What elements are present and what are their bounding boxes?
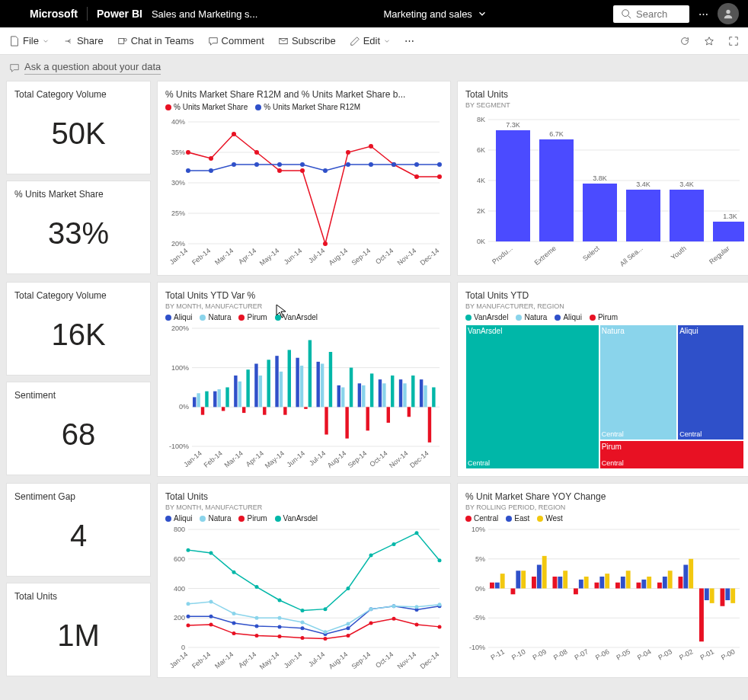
svg-rect-235 <box>521 571 526 588</box>
svg-point-200 <box>324 637 328 641</box>
kpi-total-category-volume-2[interactable]: Total Category Volume 16K <box>6 282 151 376</box>
svg-point-213 <box>347 587 350 590</box>
fullscreen-icon[interactable] <box>728 36 739 46</box>
qa-bar[interactable]: Ask a question about your data <box>0 55 748 81</box>
star-icon[interactable] <box>704 36 714 46</box>
svg-point-208 <box>232 571 236 574</box>
svg-rect-241 <box>553 577 558 589</box>
svg-text:0K: 0K <box>477 238 485 245</box>
svg-rect-112 <box>288 350 291 407</box>
svg-line-1 <box>628 16 631 19</box>
search-box[interactable] <box>613 5 689 23</box>
svg-text:Aug-14: Aug-14 <box>326 449 348 469</box>
svg-point-209 <box>255 585 259 589</box>
svg-point-188 <box>324 630 328 634</box>
clustered-bar-chart: -10%-5%0%5%10%P-11P-10P-09P-08P-07P-06P-… <box>465 526 744 670</box>
svg-text:Jan-14: Jan-14 <box>182 449 203 468</box>
svg-rect-132 <box>370 373 373 407</box>
svg-rect-137 <box>391 376 394 407</box>
more-icon[interactable]: ⋯ <box>404 35 414 46</box>
top-bar: Microsoft Power BI Sales and Marketing s… <box>0 0 748 27</box>
file-menu[interactable]: File <box>9 35 50 46</box>
svg-rect-89 <box>193 397 196 407</box>
chat-teams-button[interactable]: Chat in Teams <box>117 35 194 46</box>
svg-text:Jul-14: Jul-14 <box>307 247 326 264</box>
svg-rect-125 <box>341 388 344 408</box>
svg-text:Sep-14: Sep-14 <box>350 247 372 267</box>
svg-text:40%: 40% <box>171 118 185 126</box>
kpi-total-units[interactable]: Total Units 1M <box>6 583 151 676</box>
svg-point-184 <box>232 612 236 615</box>
refresh-icon[interactable] <box>679 36 690 46</box>
svg-rect-261 <box>657 583 662 589</box>
svg-point-205 <box>438 625 442 628</box>
search-input[interactable] <box>636 8 682 20</box>
line-chart: 0200400600800Jan-14Feb-14Mar-14Apr-14May… <box>165 526 444 670</box>
svg-rect-97 <box>225 388 229 408</box>
kpi-market-share[interactable]: % Units Market Share 33% <box>6 181 151 274</box>
svg-rect-139 <box>399 379 402 407</box>
svg-rect-136 <box>387 407 390 423</box>
svg-point-40 <box>186 168 190 173</box>
svg-point-38 <box>414 174 419 179</box>
svg-text:P-08: P-08 <box>552 647 568 661</box>
svg-text:Apr-14: Apr-14 <box>245 449 265 468</box>
page-dropdown[interactable]: Marketing and sales <box>384 8 487 20</box>
chart-treemap[interactable]: Total Units YTD BY MANUFACTURER, REGION … <box>457 282 748 477</box>
svg-point-33 <box>300 168 305 173</box>
chevron-down-icon <box>383 37 391 45</box>
avatar[interactable] <box>718 3 739 24</box>
subscribe-button[interactable]: Subscribe <box>278 35 336 46</box>
svg-point-197 <box>255 634 259 638</box>
svg-rect-263 <box>668 571 673 588</box>
svg-rect-100 <box>238 382 241 408</box>
svg-text:20%: 20% <box>171 240 185 248</box>
comment-button[interactable]: Comment <box>208 35 264 46</box>
svg-rect-267 <box>689 559 693 589</box>
svg-point-194 <box>187 623 190 627</box>
svg-text:Nov-14: Nov-14 <box>388 449 410 469</box>
svg-rect-231 <box>500 574 505 588</box>
svg-text:2K: 2K <box>477 207 485 215</box>
svg-point-186 <box>278 616 282 620</box>
more-icon[interactable]: ⋯ <box>698 8 708 20</box>
svg-text:-100%: -100% <box>169 443 189 450</box>
mail-icon <box>278 36 289 46</box>
file-icon <box>9 36 20 46</box>
chart-total-units-segment[interactable]: Total Units BY SEGMENT 0K2K4K6K8K7.3KPro… <box>457 81 748 276</box>
person-icon <box>723 8 734 19</box>
edit-button[interactable]: Edit <box>350 35 391 46</box>
svg-point-196 <box>232 631 236 635</box>
svg-rect-250 <box>599 577 604 589</box>
svg-text:Feb-14: Feb-14 <box>203 449 224 469</box>
chart-market-share[interactable]: % Units Market Share R12M and % Units Ma… <box>157 81 451 276</box>
svg-rect-99 <box>234 376 237 407</box>
svg-text:P-04: P-04 <box>636 647 652 661</box>
svg-point-39 <box>437 174 442 179</box>
svg-rect-130 <box>362 385 365 407</box>
svg-rect-131 <box>366 407 369 430</box>
svg-text:Extreme: Extreme <box>533 245 558 267</box>
svg-rect-146 <box>428 407 431 443</box>
svg-rect-74 <box>670 190 704 241</box>
svg-rect-135 <box>382 383 385 407</box>
svg-text:0%: 0% <box>475 585 485 593</box>
svg-rect-95 <box>218 389 221 407</box>
kpi-sentiment-gap[interactable]: Sentiment Gap 4 <box>6 483 151 577</box>
svg-rect-255 <box>626 571 631 588</box>
kpi-sentiment[interactable]: Sentiment 68 <box>6 382 151 475</box>
svg-text:35%: 35% <box>171 149 185 156</box>
svg-point-193 <box>438 603 442 606</box>
svg-rect-274 <box>725 589 730 601</box>
chart-yoy[interactable]: % Unit Market Share YOY Change BY ROLLIN… <box>457 483 748 678</box>
svg-rect-65 <box>539 139 574 241</box>
svg-text:6.7K: 6.7K <box>549 130 564 138</box>
svg-text:Jul-14: Jul-14 <box>308 449 327 467</box>
share-button[interactable]: Share <box>63 35 104 46</box>
chart-total-units-line[interactable]: Total Units BY MONTH, MANUFACTURER Aliqu… <box>157 483 451 678</box>
kpi-total-category-volume[interactable]: Total Category Volume 50K <box>6 81 151 174</box>
chart-ytd-var[interactable]: Total Units YTD Var % BY MONTH, MANUFACT… <box>157 282 451 477</box>
svg-text:0%: 0% <box>179 403 189 411</box>
svg-point-203 <box>392 617 396 621</box>
svg-point-198 <box>278 634 282 638</box>
